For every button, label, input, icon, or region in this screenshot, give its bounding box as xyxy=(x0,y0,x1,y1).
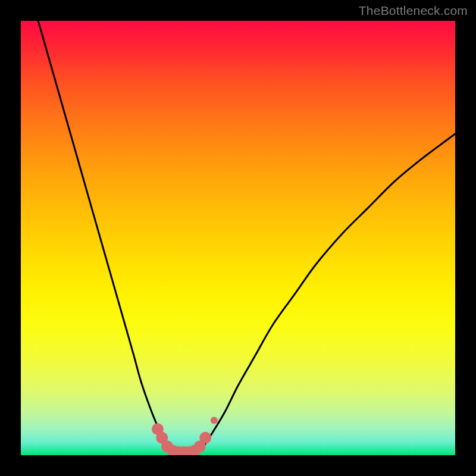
bottom-marker-dot xyxy=(199,432,211,444)
plot-gradient-area xyxy=(21,21,455,455)
bottom-marker-group xyxy=(152,417,218,455)
bottom-marker-dot xyxy=(211,417,218,424)
curve-svg xyxy=(21,21,455,455)
curve-left-branch xyxy=(38,21,173,453)
curve-right-branch xyxy=(195,134,455,453)
watermark-text: TheBottleneck.com xyxy=(359,4,468,18)
outer-frame: TheBottleneck.com xyxy=(0,0,476,476)
